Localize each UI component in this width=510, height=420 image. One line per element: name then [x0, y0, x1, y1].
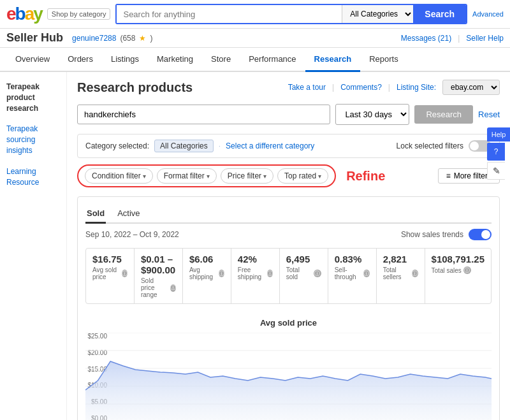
reset-link[interactable]: Reset	[478, 110, 500, 119]
comments-link[interactable]: Comments?	[340, 83, 382, 92]
info-icon[interactable]: ⓘ	[412, 270, 418, 277]
stat-value: $16.75	[92, 254, 127, 264]
nav-tab-performance[interactable]: Performance	[240, 48, 305, 72]
chart-area: $25.00$20.00$15.00$10.00$5.00$0.00	[85, 333, 492, 420]
nav-tab-overview[interactable]: Overview	[6, 48, 59, 72]
date-range-display: Sep 10, 2022 – Oct 9, 2022	[85, 230, 179, 239]
stat-label: Total sold ⓘ	[286, 266, 321, 280]
research-input[interactable]	[77, 105, 330, 124]
stat-value: 0.83%	[335, 254, 370, 264]
info-icon[interactable]: ⓘ	[267, 270, 273, 277]
category-badge[interactable]: All Categories	[154, 140, 214, 152]
show-trends-label: Show sales trends	[401, 230, 463, 239]
nav-tab-reports[interactable]: Reports	[360, 48, 407, 72]
stat-label: Total sales ⓘ	[432, 266, 484, 274]
title-right: Take a tour | Comments? | Listing Site: …	[288, 80, 500, 95]
filter-row: Category selected: All Categories · Sele…	[77, 134, 500, 158]
stat-value: 42%	[238, 254, 273, 264]
research-button[interactable]: Research	[414, 105, 473, 124]
search-input[interactable]	[117, 5, 342, 23]
info-icon[interactable]: ⓘ	[170, 284, 176, 292]
shop-by-button[interactable]: Shop by category	[47, 8, 111, 20]
take-tour-link[interactable]: Take a tour	[288, 83, 326, 92]
date-range-row: Sep 10, 2022 – Oct 9, 2022 Show sales tr…	[85, 229, 492, 240]
seller-hub-title: Seller Hub	[6, 31, 63, 45]
refine-row: Condition filter ▾Format filter ▾Price f…	[77, 164, 500, 187]
seller-rating: (658	[120, 34, 135, 43]
stat-label: Avg sold price ⓘ	[92, 266, 127, 280]
filter-lines-icon: ≡	[446, 171, 451, 180]
show-trends-knob	[481, 230, 490, 239]
seller-help-link[interactable]: Seller Help	[466, 34, 504, 43]
chart-inner: Sep 10Sep 12Sep 14Sep 16Sep 18Sep 20Sep …	[85, 333, 492, 420]
messages-link[interactable]: Messages (21)	[401, 34, 451, 43]
help-button[interactable]: Help	[487, 127, 510, 141]
seller-hub-user[interactable]: genuine7288	[72, 34, 116, 43]
advanced-link[interactable]: Advanced	[472, 10, 504, 18]
stat-value: 2,821	[383, 254, 418, 264]
info-icon[interactable]: ⓘ	[463, 266, 471, 274]
page-title: Research products	[77, 80, 193, 95]
seller-star: ★	[139, 34, 146, 43]
chart-title: Avg sold price	[85, 318, 492, 328]
stat-cell: $6.06 Avg shipping ⓘ	[183, 249, 231, 303]
sidebar-item-0[interactable]: Terapeak product research	[6, 82, 60, 113]
listing-site-label: Listing Site:	[397, 83, 436, 92]
info-icon[interactable]: ⓘ	[219, 270, 224, 277]
stat-value: $6.06	[189, 254, 224, 264]
listing-site-select[interactable]: ebay.com	[442, 80, 500, 95]
nav-tab-listings[interactable]: Listings	[102, 48, 148, 72]
filter-chip-price-filter[interactable]: Price filter ▾	[221, 168, 273, 184]
stat-value: $0.01 – $900.00	[141, 254, 176, 275]
seller-hub-links: Messages (21) | Seller Help	[401, 34, 504, 43]
refine-oval: Condition filter ▾Format filter ▾Price f…	[77, 164, 336, 187]
page-title-row: Research products Take a tour | Comments…	[77, 80, 500, 95]
filter-chip-condition-filter[interactable]: Condition filter ▾	[85, 168, 153, 184]
category-select[interactable]: All Categories	[342, 5, 413, 23]
nav-tab-store[interactable]: Store	[202, 48, 240, 72]
more-filters-label: More filters	[454, 171, 492, 180]
stat-value: $108,791.25	[432, 254, 484, 264]
sidebar-item-2[interactable]: Learning Resource	[6, 166, 60, 188]
stat-value: 6,495	[286, 254, 321, 264]
refine-filters-wrapper: Condition filter ▾Format filter ▾Price f…	[77, 164, 385, 187]
stats-tab-active[interactable]: Active	[116, 205, 141, 224]
show-trends-toggle[interactable]	[469, 229, 492, 240]
stat-cell: 2,821 Total sellers ⓘ	[377, 249, 425, 303]
nav-tab-research[interactable]: Research	[305, 48, 361, 72]
show-trends: Show sales trends	[401, 229, 492, 240]
sidebar-item-1[interactable]: Terapeak sourcing insights	[6, 124, 60, 156]
sidebar: Terapeak product researchTerapeak sourci…	[0, 72, 67, 420]
header: ebay Shop by category All Categories Sea…	[0, 0, 510, 29]
filter-left: Category selected: All Categories · Sele…	[85, 140, 314, 152]
help-edit-button[interactable]: ✎	[487, 162, 505, 180]
search-button[interactable]: Search	[413, 5, 466, 23]
stats-tabs: SoldActive	[85, 205, 492, 224]
info-icon[interactable]: ⓘ	[314, 270, 321, 277]
stat-cell: $16.75 Avg sold price ⓘ	[86, 249, 135, 303]
lock-filters-label: Lock selected filters	[397, 141, 463, 150]
info-icon[interactable]: ⓘ	[363, 270, 369, 277]
stat-label: Sold price range ⓘ	[141, 277, 176, 298]
stat-cell: $0.01 – $900.00 Sold price range ⓘ	[135, 249, 183, 303]
stat-label: Sell-through ⓘ	[335, 266, 370, 280]
ebay-logo: ebay	[6, 4, 42, 24]
help-panel: Help ? ✎	[487, 127, 510, 180]
lock-toggle-knob	[470, 141, 479, 150]
stat-cell: 0.83% Sell-through ⓘ	[328, 249, 377, 303]
filter-chip-format-filter[interactable]: Format filter ▾	[157, 168, 217, 184]
filter-chip-top-rated[interactable]: Top rated ▾	[277, 168, 328, 184]
help-question-button[interactable]: ?	[487, 143, 505, 161]
stat-cell: 6,495 Total sold ⓘ	[280, 249, 328, 303]
content: Research products Take a tour | Comments…	[67, 72, 510, 420]
nav-tab-marketing[interactable]: Marketing	[148, 48, 202, 72]
main-layout: Terapeak product researchTerapeak sourci…	[0, 72, 510, 420]
stat-cell: $108,791.25 Total sales ⓘ	[425, 249, 491, 303]
nav-tabs: OverviewOrdersListingsMarketingStorePerf…	[0, 48, 510, 72]
info-icon[interactable]: ⓘ	[122, 270, 127, 277]
chart-svg	[85, 333, 492, 420]
stats-tab-sold[interactable]: Sold	[85, 205, 106, 224]
nav-tab-orders[interactable]: Orders	[59, 48, 102, 72]
select-category-link[interactable]: Select a different category	[226, 141, 314, 150]
date-range-select[interactable]: Last 30 days	[335, 104, 409, 125]
